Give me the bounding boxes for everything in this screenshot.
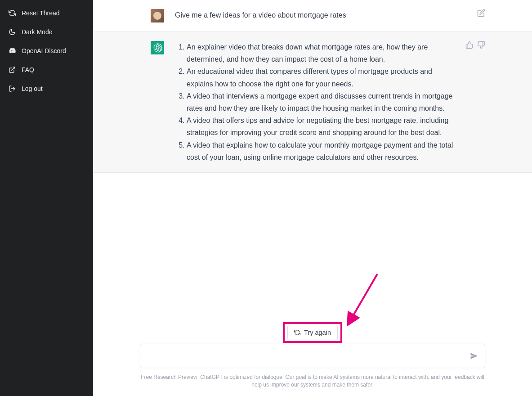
list-item: A video that interviews a mortgage exper… xyxy=(187,90,456,114)
sidebar-item-label: Log out xyxy=(22,85,43,92)
sidebar-item-discord[interactable]: OpenAI Discord xyxy=(4,41,89,60)
conversation-scroll[interactable]: Give me a few ideas for a video about mo… xyxy=(93,0,532,325)
logout-icon xyxy=(8,85,16,93)
send-button[interactable] xyxy=(468,350,480,362)
sidebar-item-logout[interactable]: Log out xyxy=(4,79,89,98)
main-panel: Give me a few ideas for a video about mo… xyxy=(93,0,532,396)
sidebar-item-reset-thread[interactable]: Reset Thread xyxy=(4,4,89,22)
sidebar-item-label: Dark Mode xyxy=(22,28,52,36)
sidebar-item-faq[interactable]: FAQ xyxy=(4,60,89,79)
sidebar-item-label: OpenAI Discord xyxy=(22,47,66,54)
assistant-message-content: An explainer video that breaks down what… xyxy=(175,41,474,163)
list-item: A video that offers tips and advice for … xyxy=(187,114,456,139)
disclaimer-text: Free Research Preview: ChatGPT is optimi… xyxy=(140,374,485,389)
refresh-icon xyxy=(294,329,300,336)
thumbs-up-icon[interactable] xyxy=(465,41,474,49)
assistant-avatar xyxy=(151,41,164,54)
send-icon xyxy=(470,352,478,360)
sidebar-item-label: Reset Thread xyxy=(22,9,60,17)
assistant-message: An explainer video that breaks down what… xyxy=(93,32,532,173)
try-again-wrap: Try again xyxy=(287,325,338,340)
assistant-idea-list: An explainer video that breaks down what… xyxy=(175,41,456,163)
message-input[interactable] xyxy=(140,344,485,366)
edit-icon[interactable] xyxy=(477,9,485,17)
list-item: A video that explains how to calculate y… xyxy=(187,139,456,163)
svg-line-0 xyxy=(12,67,15,70)
list-item: An educational video that compares diffe… xyxy=(187,65,456,90)
try-again-label: Try again xyxy=(304,329,331,336)
user-message-text: Give me a few ideas for a video about mo… xyxy=(175,9,474,22)
sidebar: Reset Thread Dark Mode OpenAI Discord FA… xyxy=(0,0,93,396)
refresh-icon xyxy=(8,9,16,17)
external-link-icon xyxy=(8,66,16,74)
composer-area: Try again Free Research P xyxy=(93,325,532,396)
list-item: An explainer video that breaks down what… xyxy=(187,41,456,65)
message-input-box xyxy=(140,344,485,368)
sidebar-item-dark-mode[interactable]: Dark Mode xyxy=(4,22,89,41)
sidebar-item-label: FAQ xyxy=(22,66,34,73)
discord-icon xyxy=(8,47,16,55)
try-again-button[interactable]: Try again xyxy=(287,325,338,340)
moon-icon xyxy=(8,28,16,36)
thumbs-down-icon[interactable] xyxy=(477,41,485,49)
user-avatar xyxy=(151,9,164,22)
user-message: Give me a few ideas for a video about mo… xyxy=(93,0,532,32)
